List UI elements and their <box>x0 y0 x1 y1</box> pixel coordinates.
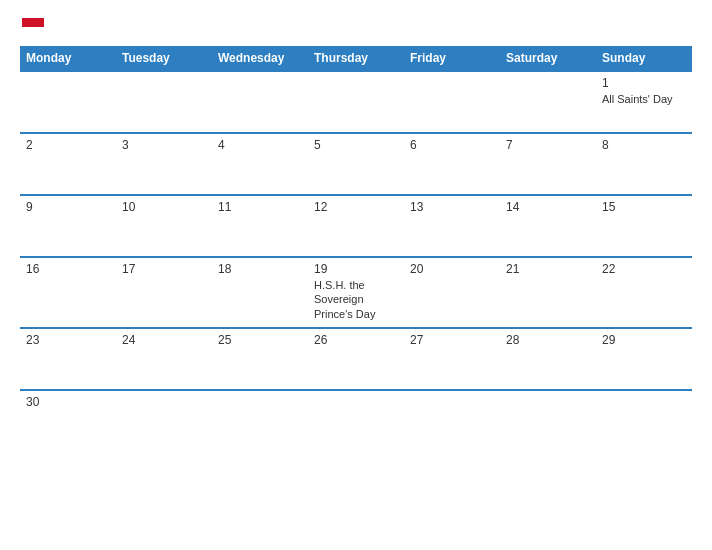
calendar-cell-r2-c6: 15 <box>596 195 692 257</box>
calendar-cell-r4-c4: 27 <box>404 328 500 390</box>
day-number: 24 <box>122 333 206 347</box>
day-number: 3 <box>122 138 206 152</box>
day-number: 14 <box>506 200 590 214</box>
day-number: 30 <box>26 395 110 409</box>
calendar-row-4: 23242526272829 <box>20 328 692 390</box>
day-number: 16 <box>26 262 110 276</box>
calendar-cell-r1-c4: 6 <box>404 133 500 195</box>
day-number: 9 <box>26 200 110 214</box>
calendar-cell-r2-c5: 14 <box>500 195 596 257</box>
calendar-cell-r4-c3: 26 <box>308 328 404 390</box>
calendar-cell-r1-c1: 3 <box>116 133 212 195</box>
calendar-cell-r5-c0: 30 <box>20 390 116 442</box>
day-number: 17 <box>122 262 206 276</box>
day-number: 22 <box>602 262 686 276</box>
day-number: 18 <box>218 262 302 276</box>
calendar-cell-r1-c3: 5 <box>308 133 404 195</box>
weekday-wednesday: Wednesday <box>212 46 308 71</box>
calendar-cell-r4-c2: 25 <box>212 328 308 390</box>
calendar-cell-r1-c6: 8 <box>596 133 692 195</box>
calendar-cell-r5-c6 <box>596 390 692 442</box>
day-number: 2 <box>26 138 110 152</box>
calendar-row-0: 1All Saints' Day <box>20 71 692 133</box>
day-number: 26 <box>314 333 398 347</box>
calendar-cell-r3-c2: 18 <box>212 257 308 328</box>
day-number: 21 <box>506 262 590 276</box>
day-number: 25 <box>218 333 302 347</box>
weekday-tuesday: Tuesday <box>116 46 212 71</box>
day-number: 10 <box>122 200 206 214</box>
weekday-monday: Monday <box>20 46 116 71</box>
calendar-cell-r4-c0: 23 <box>20 328 116 390</box>
day-number: 8 <box>602 138 686 152</box>
day-number: 13 <box>410 200 494 214</box>
calendar-cell-r3-c6: 22 <box>596 257 692 328</box>
calendar-table: MondayTuesdayWednesdayThursdayFridaySatu… <box>20 46 692 442</box>
day-number: 27 <box>410 333 494 347</box>
calendar-cell-r4-c5: 28 <box>500 328 596 390</box>
calendar-cell-r0-c6: 1All Saints' Day <box>596 71 692 133</box>
day-number: 7 <box>506 138 590 152</box>
calendar-cell-r3-c0: 16 <box>20 257 116 328</box>
calendar-cell-r2-c4: 13 <box>404 195 500 257</box>
calendar-cell-r5-c1 <box>116 390 212 442</box>
calendar-cell-r0-c4 <box>404 71 500 133</box>
calendar-cell-r1-c0: 2 <box>20 133 116 195</box>
calendar-cell-r5-c2 <box>212 390 308 442</box>
day-number: 12 <box>314 200 398 214</box>
svg-rect-0 <box>22 18 44 27</box>
calendar-cell-r1-c5: 7 <box>500 133 596 195</box>
logo-flag-icon <box>22 18 44 36</box>
calendar-cell-r5-c4 <box>404 390 500 442</box>
day-number: 20 <box>410 262 494 276</box>
calendar-row-3: 16171819H.S.H. the Sovereign Prince's Da… <box>20 257 692 328</box>
calendar-cell-r2-c3: 12 <box>308 195 404 257</box>
calendar-cell-r1-c2: 4 <box>212 133 308 195</box>
day-number: 11 <box>218 200 302 214</box>
logo <box>20 18 44 36</box>
calendar-row-1: 2345678 <box>20 133 692 195</box>
day-number: 29 <box>602 333 686 347</box>
weekday-header-row: MondayTuesdayWednesdayThursdayFridaySatu… <box>20 46 692 71</box>
calendar-cell-r2-c1: 10 <box>116 195 212 257</box>
calendar-cell-r0-c1 <box>116 71 212 133</box>
calendar-cell-r3-c4: 20 <box>404 257 500 328</box>
weekday-saturday: Saturday <box>500 46 596 71</box>
svg-rect-1 <box>22 27 44 36</box>
calendar-row-5: 30 <box>20 390 692 442</box>
calendar-cell-r3-c3: 19H.S.H. the Sovereign Prince's Day <box>308 257 404 328</box>
weekday-sunday: Sunday <box>596 46 692 71</box>
weekday-thursday: Thursday <box>308 46 404 71</box>
calendar-row-2: 9101112131415 <box>20 195 692 257</box>
day-number: 23 <box>26 333 110 347</box>
weekday-friday: Friday <box>404 46 500 71</box>
day-number: 15 <box>602 200 686 214</box>
calendar-page: MondayTuesdayWednesdayThursdayFridaySatu… <box>0 0 712 550</box>
calendar-cell-r0-c0 <box>20 71 116 133</box>
calendar-cell-r5-c3 <box>308 390 404 442</box>
day-number: 1 <box>602 76 686 90</box>
day-number: 28 <box>506 333 590 347</box>
calendar-cell-r0-c3 <box>308 71 404 133</box>
calendar-cell-r4-c6: 29 <box>596 328 692 390</box>
header <box>20 18 692 36</box>
calendar-cell-r3-c5: 21 <box>500 257 596 328</box>
calendar-cell-r2-c0: 9 <box>20 195 116 257</box>
day-number: 5 <box>314 138 398 152</box>
day-number: 19 <box>314 262 398 276</box>
day-number: 4 <box>218 138 302 152</box>
calendar-cell-r2-c2: 11 <box>212 195 308 257</box>
calendar-cell-r0-c2 <box>212 71 308 133</box>
calendar-cell-r5-c5 <box>500 390 596 442</box>
calendar-cell-r4-c1: 24 <box>116 328 212 390</box>
day-number: 6 <box>410 138 494 152</box>
event-label: H.S.H. the Sovereign Prince's Day <box>314 278 398 321</box>
calendar-cell-r0-c5 <box>500 71 596 133</box>
calendar-cell-r3-c1: 17 <box>116 257 212 328</box>
event-label: All Saints' Day <box>602 92 686 106</box>
